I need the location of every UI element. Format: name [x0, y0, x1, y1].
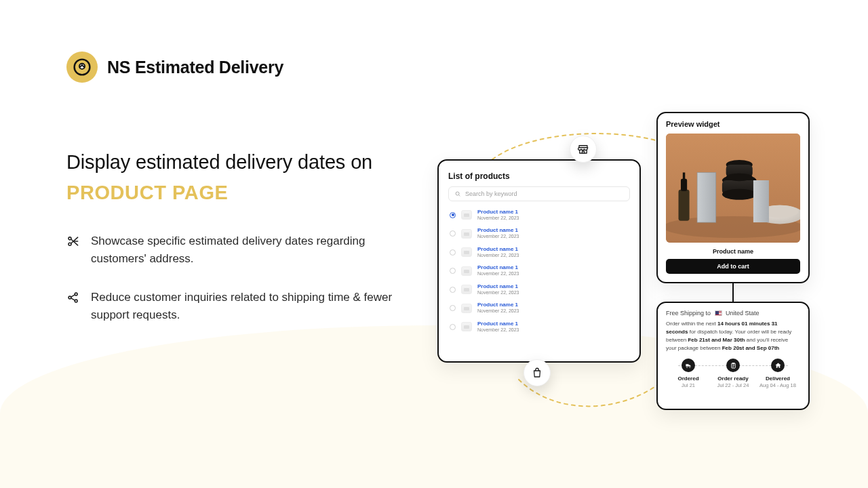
svg-rect-23 [753, 180, 769, 222]
bullet-item: Showcase specific estimated delivery dat… [66, 232, 406, 268]
product-image [666, 134, 800, 243]
storefront-icon [577, 143, 589, 155]
product-name-caption: Product name [666, 248, 800, 255]
step-label: Order ready [717, 375, 748, 382]
svg-point-22 [726, 174, 753, 182]
search-icon [454, 190, 461, 197]
product-row[interactable]: Product name 1November 22, 2023 [448, 207, 630, 223]
marketing-copy: Display estimated delivery dates on PROD… [66, 147, 406, 324]
storefront-float-button[interactable] [570, 136, 597, 163]
svg-point-19 [722, 189, 757, 200]
shopping-bag-float-button[interactable] [524, 359, 551, 386]
product-date: November 22, 2023 [477, 271, 519, 277]
svg-point-24 [686, 366, 688, 367]
product-row[interactable]: Product name 1November 22, 2023 [448, 262, 630, 279]
radio-select[interactable] [450, 287, 456, 293]
timeline-step-ordered: Ordered Jul 21 [667, 359, 709, 388]
radio-select[interactable] [450, 305, 456, 311]
headline-prefix: Display estimated delivery dates on [66, 151, 372, 173]
product-date: November 22, 2023 [477, 253, 519, 258]
radio-select[interactable] [450, 324, 456, 330]
radio-select[interactable] [450, 230, 456, 237]
product-rows: Product name 1November 22, 2023Product n… [448, 207, 630, 335]
bullet-text: Showcase specific estimated delivery dat… [91, 232, 406, 268]
product-row[interactable]: Product name 1November 22, 2023 [448, 281, 630, 298]
shipping-description: Order within the next 14 hours 01 minute… [666, 320, 800, 352]
product-meta: Product name 1November 22, 2023 [477, 265, 519, 276]
svg-point-7 [456, 192, 459, 195]
timeline-step-ready: Order ready Jul 22 - Jul 24 [712, 359, 754, 388]
share-nodes-icon [66, 291, 80, 304]
preview-title: Preview widget [666, 120, 800, 128]
product-thumbnail [461, 210, 472, 220]
radio-select[interactable] [450, 268, 456, 274]
product-meta: Product name 1November 22, 2023 [477, 247, 519, 258]
radio-select[interactable] [450, 212, 456, 218]
svg-rect-12 [679, 190, 690, 221]
shipping-destination: Free Shipping to United State [666, 310, 800, 317]
product-meta: Product name 1November 22, 2023 [477, 321, 519, 332]
products-list-title: List of products [448, 171, 630, 181]
scissors-icon [66, 235, 80, 248]
search-placeholder: Search by keyword [465, 190, 517, 197]
delivery-timeline: Ordered Jul 21 Order ready Jul 22 - Jul … [666, 359, 800, 388]
svg-point-25 [689, 366, 690, 367]
product-meta: Product name 1November 22, 2023 [477, 209, 519, 220]
step-label: Delivered [766, 375, 790, 382]
product-row[interactable]: Product name 1November 22, 2023 [448, 225, 630, 241]
us-flag-icon [715, 310, 722, 316]
product-meta: Product name 1November 22, 2023 [477, 228, 519, 239]
product-row[interactable]: Product name 1November 22, 2023 [448, 300, 630, 316]
product-row[interactable]: Product name 1November 22, 2023 [448, 319, 630, 335]
product-date: November 22, 2023 [477, 327, 519, 333]
search-input[interactable]: Search by keyword [448, 186, 630, 201]
step-label: Ordered [677, 375, 698, 382]
ship-country: United State [726, 310, 760, 317]
product-thumbnail [461, 322, 472, 331]
product-row[interactable]: Product name 1November 22, 2023 [448, 244, 630, 260]
svg-rect-13 [681, 179, 687, 191]
product-thumbnail [461, 266, 472, 276]
ship-prefix: Free Shipping to [666, 310, 711, 317]
product-meta: Product name 1November 22, 2023 [477, 284, 519, 295]
product-name-link[interactable]: Product name 1 [477, 321, 519, 327]
product-date: November 22, 2023 [477, 234, 519, 239]
truck-icon [682, 359, 695, 372]
add-to-cart-button[interactable]: Add to cart [666, 259, 800, 274]
brand-header: NS Estimated Delivery [66, 52, 283, 83]
product-date: November 22, 2023 [477, 216, 519, 221]
brand-title: NS Estimated Delivery [107, 58, 283, 77]
product-name-link[interactable]: Product name 1 [477, 247, 519, 253]
home-icon [771, 359, 785, 372]
bullet-item: Reduce customer inquiries related to shi… [66, 289, 406, 325]
product-name-link[interactable]: Product name 1 [477, 228, 519, 234]
pin-up-icon [73, 58, 91, 76]
step-date: Jul 22 - Jul 24 [717, 382, 749, 388]
bullet-list: Showcase specific estimated delivery dat… [66, 232, 406, 324]
bullet-text: Reduce customer inquiries related to shi… [91, 289, 406, 325]
brand-logo [66, 52, 98, 83]
headline-emphasis: PRODUCT PAGE [66, 182, 228, 203]
products-list-panel: List of products Search by keyword Produ… [437, 159, 641, 363]
product-thumbnail [461, 247, 472, 257]
product-thumbnail [461, 285, 472, 294]
product-meta: Product name 1November 22, 2023 [477, 302, 519, 313]
preview-widget-panel: Preview widget [656, 112, 810, 283]
product-name-link[interactable]: Product name 1 [477, 302, 519, 308]
product-thumbnail [461, 229, 472, 239]
shopping-bag-icon [531, 367, 543, 379]
headline: Display estimated delivery dates on PROD… [66, 147, 406, 208]
delivery-widget-panel: Free Shipping to United State Order with… [656, 302, 810, 410]
connector-line [732, 283, 734, 302]
svg-rect-14 [683, 173, 685, 181]
clipboard-icon [726, 359, 740, 372]
step-date: Aug 04 - Aug 18 [760, 382, 796, 388]
timeline-step-delivered: Delivered Aug 04 - Aug 18 [757, 359, 799, 388]
product-thumbnail [461, 304, 472, 313]
step-date: Jul 21 [682, 382, 695, 388]
svg-rect-15 [697, 173, 716, 223]
product-name-link[interactable]: Product name 1 [477, 284, 519, 290]
radio-select[interactable] [450, 249, 456, 256]
product-name-link[interactable]: Product name 1 [477, 209, 519, 216]
product-name-link[interactable]: Product name 1 [477, 265, 519, 271]
